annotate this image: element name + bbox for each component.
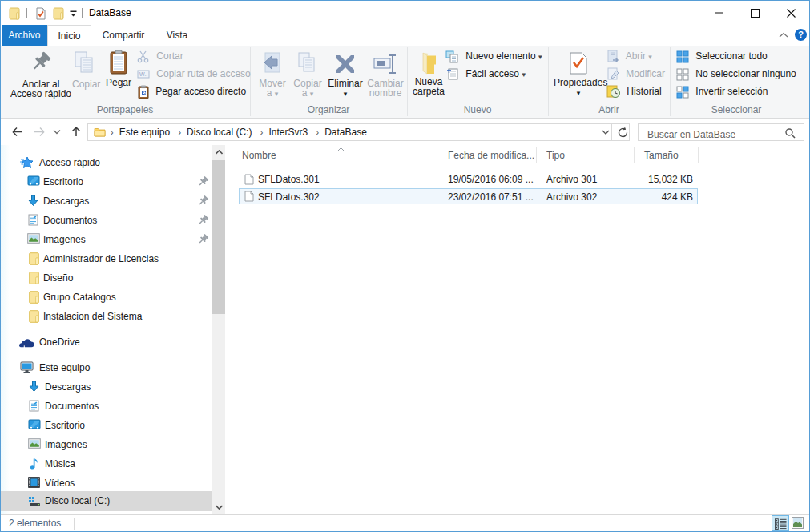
svg-text:W..: W.. [139,71,147,77]
